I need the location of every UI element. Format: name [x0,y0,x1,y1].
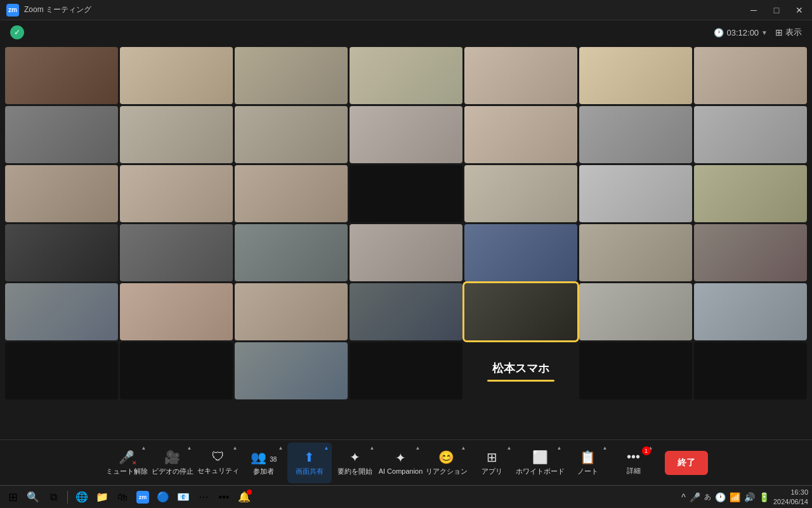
video-cell-5 [464,47,577,104]
summary-label: 要約を開始 [337,467,372,476]
video-cell-32 [350,283,462,340]
video-cell-21 [694,165,807,222]
video-cell-9 [120,106,233,163]
more-button[interactable]: ▲ 1 ••• 詳細 [612,443,656,483]
video-label: ビデオの停止 [152,467,193,476]
more-label: 詳細 [627,466,641,476]
reaction-button[interactable]: ▲ 😊 リアクション [424,443,469,483]
apps-icon: ⊞ [487,450,497,465]
zoom-logo-text: zm [8,6,17,13]
maximize-button[interactable]: □ [770,4,783,17]
apps-button[interactable]: ▲ ⊞ アプリ [470,443,514,483]
video-cell-34 [579,283,692,340]
more-icon: ••• [627,450,640,464]
mute-caret[interactable]: ▲ [141,445,147,451]
windows-store-button[interactable]: 🛍 [114,488,131,506]
share-button[interactable]: ▲ ⬆ 画面共有 [287,443,332,483]
zoom-taskbar-button[interactable]: zm [134,488,152,506]
video-cell-12 [464,106,577,163]
notification-button[interactable]: 🔔 [235,488,253,506]
participants-caret[interactable]: ▲ [278,445,284,451]
video-cell-42-empty [694,342,807,399]
video-grid: 松本スマホ [0,44,812,402]
video-cell-20 [579,165,692,222]
video-cell-27 [579,224,692,281]
video-cell-4 [350,47,462,104]
mute-icon: 🎤✕ [119,450,134,465]
titlebar-left: zm Zoom ミーティング [6,4,91,17]
security-caret[interactable]: ▲ [233,445,238,451]
notes-label: ノート [577,467,598,476]
video-cell-39 [350,342,462,399]
whiteboard-caret[interactable]: ▲ [557,445,562,451]
chevron-up-icon[interactable]: ^ [681,492,686,502]
close-button[interactable]: ✕ [793,4,806,17]
chrome-button[interactable]: 🔵 [154,488,172,506]
reaction-label: リアクション [426,467,468,476]
reaction-icon: 😊 [438,450,454,465]
clock-date: 2024/06/14 [773,497,808,506]
clock-icon: 🕐 [715,492,726,502]
mail-button[interactable]: 📧 [174,488,192,506]
end-meeting-button[interactable]: 終了 [665,451,708,475]
reaction-caret[interactable]: ▲ [461,445,466,451]
video-icon: 🎥 [164,450,180,465]
summary-caret[interactable]: ▲ [370,445,375,451]
meeting-toolbar: ▲ 🎤✕ ミュート解除 ▲ 🎥 ビデオの停止 ▲ 🛡 セキュリティ ▲ 👥 38… [0,439,812,485]
titlebar-right: ─ □ ✕ [747,4,806,17]
security-icon: 🛡 [212,450,225,464]
taskbar-separator-1 [67,491,68,504]
start-button[interactable]: ⊞ [4,488,22,506]
taskbar-left: ⊞ 🔍 ⧉ 🌐 📁 🛍 zm 🔵 📧 ⋯ ••• 🔔 [4,488,253,506]
notes-caret[interactable]: ▲ [603,445,608,451]
security-shield: ✓ [10,25,24,39]
video-cell-17 [235,165,348,222]
lang-icon[interactable]: あ [704,492,711,502]
video-cell-14 [694,106,807,163]
mute-label: ミュート解除 [106,467,148,476]
video-cell-10 [235,106,348,163]
search-taskbar-button[interactable]: 🔍 [24,488,42,506]
meeting-timer: 🕐 03:12:00 ▼ [714,28,768,37]
video-cell-2 [120,47,233,104]
video-caret[interactable]: ▲ [187,445,192,451]
share-caret[interactable]: ▲ [324,445,329,451]
minimize-button[interactable]: ─ [747,4,760,17]
video-cell-29 [5,283,118,340]
view-button[interactable]: ⊞ 表示 [775,27,802,38]
video-cell-8 [5,106,118,163]
summary-button[interactable]: ▲ ✦ 要約を開始 [333,443,377,483]
apps-caret[interactable]: ▲ [507,445,512,451]
video-button[interactable]: ▲ 🎥 ビデオの停止 [150,443,195,483]
video-cell-35 [694,283,807,340]
video-cell-26 [464,224,577,281]
apps-taskbar-button[interactable]: ⋯ [195,488,213,506]
video-cell-25 [350,224,462,281]
participants-button[interactable]: ▲ 👥 38 参加者 [242,443,286,483]
whiteboard-label: ホワイトボード [516,467,565,476]
more-badge: 1 [642,446,651,455]
share-icon: ⬆ [304,450,315,465]
task-view-button[interactable]: ⧉ [44,488,62,506]
edge-button[interactable]: 🌐 [73,488,91,506]
mute-button[interactable]: ▲ 🎤✕ ミュート解除 [105,443,149,483]
clock-time: 16:30 [773,488,808,497]
ai-companion-button[interactable]: ▲ ✦ AI Companion [379,443,423,483]
ai-companion-icon: ✦ [395,450,406,465]
video-cell-18 [350,165,462,222]
security-button[interactable]: ▲ 🛡 セキュリティ [196,443,240,483]
ai-caret[interactable]: ▲ [416,445,421,451]
name-underline [487,380,555,382]
extra-apps-button[interactable]: ••• [215,488,233,506]
video-cell-matsumoto: 松本スマホ [464,342,577,399]
notes-button[interactable]: ▲ 📋 ノート [566,443,610,483]
video-cell-23 [120,224,233,281]
video-cell-24 [235,224,348,281]
video-cell-1 [5,47,118,104]
video-cell-36-empty [5,342,118,399]
video-cell-28 [694,224,807,281]
whiteboard-button[interactable]: ▲ ⬜ ホワイトボード [516,443,565,483]
taskbar-right: ^ 🎤 あ 🕐 📶 🔊 🔋 16:30 2024/06/14 [681,488,808,506]
file-explorer-button[interactable]: 📁 [93,488,111,506]
video-cell-6 [579,47,692,104]
